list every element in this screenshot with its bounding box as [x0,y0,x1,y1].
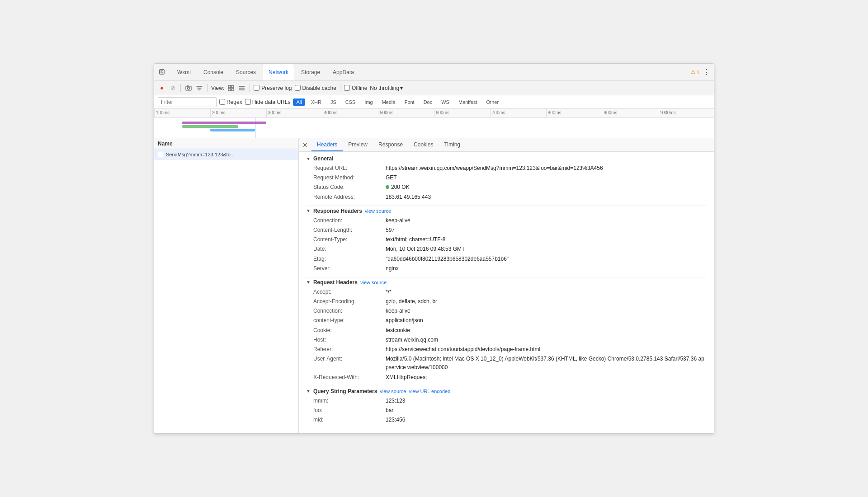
tab-storage[interactable]: Storage [295,64,326,80]
cursor-icon[interactable] [158,68,167,77]
warning-badge[interactable]: ⚠ 1 [691,69,699,75]
remote-address-value: 183.61.49.165:443 [386,193,431,202]
tab-appdata[interactable]: AppData [327,64,360,80]
tab-wxml[interactable]: Wxml [171,64,197,80]
request-row[interactable]: SendMsg?mmm=123:123&fo... [154,149,298,160]
req-x-requested-with-key: X-Requested-With [313,373,386,382]
more-options-icon[interactable]: ⋮ [703,68,710,76]
toolbar-separator-1 [180,84,181,92]
tab-bar: Wxml Console Sources Network Storage App… [154,64,714,81]
param-mmm-key: mmm [313,397,386,405]
filter-type-other[interactable]: Other [483,98,502,106]
hide-data-urls-checkbox[interactable] [245,99,251,105]
filter-type-img[interactable]: Img [361,98,376,106]
tab-network[interactable]: Network [263,64,294,80]
filter-type-js[interactable]: JS [327,98,340,106]
resp-server-key: Server [313,264,386,273]
offline-label[interactable]: Offline [352,85,367,91]
tab-headers[interactable]: Headers [311,138,343,151]
regex-checkbox-group: Regex [219,99,242,105]
filter-type-font[interactable]: Font [401,98,418,106]
regex-label[interactable]: Regex [226,99,242,105]
resp-server-value: nginx [386,264,399,273]
req-cookie-row: Cookie testcookie [306,326,707,335]
resp-etag-key: Etag [313,255,386,263]
tab-preview[interactable]: Preview [343,138,373,151]
disable-cache-checkbox[interactable] [295,85,301,91]
preserve-log-checkbox[interactable] [254,85,259,91]
response-headers-view-source[interactable]: view source [365,208,391,214]
stop-button[interactable]: ⊘ [169,84,177,92]
filter-type-doc[interactable]: Doc [420,98,436,106]
req-referer-value: https://servicewechat.com/touristappid/d… [386,345,540,354]
tab-timing[interactable]: Timing [439,138,466,151]
filter-button[interactable] [195,84,203,92]
filter-type-media[interactable]: Media [379,98,399,106]
regex-checkbox[interactable] [219,99,225,105]
tab-response[interactable]: Response [373,138,408,151]
close-detail-button[interactable]: ✕ [301,141,310,150]
tick-100: 100ms [154,109,210,118]
filter-type-css[interactable]: CSS [342,98,359,106]
hide-data-urls-label[interactable]: Hide data URLs [252,99,291,105]
query-params-view-url-encoded[interactable]: view URL encoded [409,389,450,394]
req-accept-value: */* [386,288,392,296]
throttle-arrow: ▾ [400,85,403,91]
request-url-value[interactable]: https://stream.weixin.qq.com/weapp/SendM… [386,164,603,173]
offline-checkbox[interactable] [344,85,350,91]
tab-console[interactable]: Console [198,64,229,80]
status-dot [386,185,389,189]
svg-rect-8 [231,85,234,88]
resp-etag-value: "da60dd46b00f802119283b658302de6aa557b1b… [386,255,509,263]
req-accept-key: Accept [313,288,386,296]
timeline-chart[interactable] [154,118,714,138]
throttle-label: No throttling [370,85,399,91]
filter-type-xhr[interactable]: XHR [308,98,325,106]
resp-content-length-key: Content-Length [313,226,386,234]
request-name: SendMsg?mmm=123:123&fo... [166,152,295,157]
request-checkbox[interactable] [158,152,163,157]
req-referer-row: Referer https://servicewechat.com/touris… [306,345,707,354]
preserve-log-label[interactable]: Preserve log [261,85,292,91]
tick-500: 500ms [378,109,434,118]
resp-content-length-value: 597 [386,226,395,234]
svg-rect-10 [231,89,234,91]
filter-type-ws[interactable]: WS [438,98,453,106]
response-headers-toggle[interactable]: ▼ [306,208,311,213]
general-toggle[interactable]: ▼ [306,156,311,161]
toolbar-separator-3 [250,84,250,92]
query-params-toggle[interactable]: ▼ [306,389,311,394]
param-foo-key: foo [313,406,386,415]
throttle-select[interactable]: No throttling ▾ [370,85,403,91]
filter-input[interactable] [158,97,217,107]
req-x-requested-with-value: XMLHttpRequest [386,373,427,382]
req-connection-key: Connection [313,307,386,315]
response-headers-header: ▼ Response Headers view source [306,208,707,214]
filter-type-all[interactable]: All [293,98,305,106]
disable-cache-label[interactable]: Disable cache [302,85,336,91]
param-foo-value: bar [386,406,393,415]
filter-type-manifest[interactable]: Manifest [455,98,481,106]
param-mid-value: 123:456 [386,416,405,424]
query-params-view-source[interactable]: view source [380,389,406,394]
svg-rect-7 [228,85,231,88]
list-view-button[interactable] [238,84,246,92]
tab-cookies[interactable]: Cookies [408,138,439,151]
response-headers-section: ▼ Response Headers view source Connectio… [306,208,707,273]
grid-view-button[interactable] [227,84,235,92]
disable-cache-group: Disable cache [295,85,336,91]
timeline-bar-connect [182,125,238,128]
param-foo-row: foo bar [306,406,707,415]
toolbar: ● ⊘ View: [154,81,714,95]
request-headers-header: ▼ Request Headers view source [306,279,707,286]
record-button[interactable]: ● [158,84,166,92]
tab-sources[interactable]: Sources [230,64,262,80]
tick-900: 900ms [602,109,658,118]
divider-2 [306,277,707,277]
resp-etag-row: Etag "da60dd46b00f802119283b658302de6aa5… [306,254,707,264]
divider-3 [306,386,707,386]
request-headers-toggle[interactable]: ▼ [306,280,311,285]
camera-button[interactable] [184,84,193,92]
request-headers-view-source[interactable]: view source [360,280,387,285]
request-list[interactable]: SendMsg?mmm=123:123&fo... [154,149,298,433]
